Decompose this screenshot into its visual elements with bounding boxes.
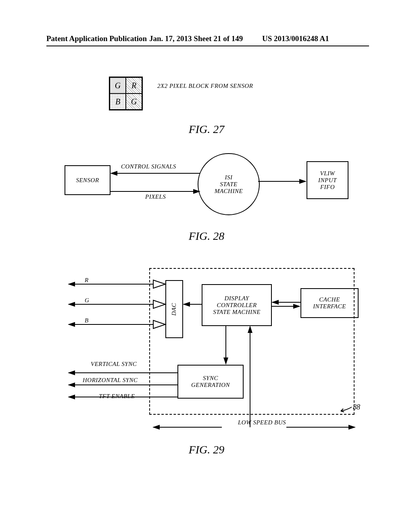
header-left: Patent Application Publication: [46, 34, 147, 43]
control-signals-label: CONTROL SIGNALS: [121, 163, 176, 170]
pixel-r-tr: R: [126, 77, 142, 94]
pixel-g-tl: G: [110, 77, 126, 94]
figure-28: SENSOR ISI STATE MACHINE VLIW INPUT FIFO…: [65, 153, 355, 226]
figure-27: G R B G 2X2 PIXEL BLOCK FROM SENSOR: [109, 77, 311, 110]
figure-29: DAC DISPLAY CONTROLLER STATE MACHINE CAC…: [60, 268, 367, 429]
pixel-b-bl: B: [110, 94, 126, 110]
fig27-caption: FIG. 27: [0, 123, 413, 136]
header-center: Jan. 17, 2013 Sheet 21 of 149: [149, 34, 243, 43]
fig28-caption: FIG. 28: [0, 230, 413, 243]
pixels-label: PIXELS: [145, 193, 166, 200]
bayer-pixel-grid: G R B G: [109, 77, 143, 110]
fig29-arrows: [60, 268, 375, 433]
pixel-g-br: G: [126, 94, 142, 110]
fig29-caption: FIG. 29: [0, 443, 413, 456]
fig27-label: 2X2 PIXEL BLOCK FROM SENSOR: [157, 83, 253, 89]
fig28-arrows: [65, 153, 355, 226]
header-rule: [46, 46, 369, 46]
header-right: US 2013/0016248 A1: [262, 34, 329, 43]
